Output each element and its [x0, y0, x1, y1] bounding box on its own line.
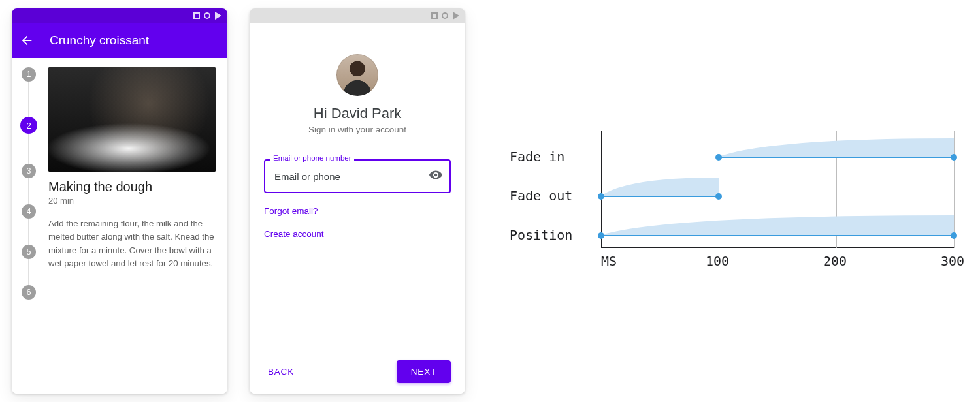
tick-100: 100: [706, 253, 729, 269]
back-button[interactable]: BACK: [264, 362, 298, 382]
timing-chart: Fade in Fade out Position MS 100 200 300: [510, 131, 967, 281]
step-6[interactable]: 6: [22, 285, 36, 300]
status-bar: [12, 8, 227, 23]
action-row: BACK NEXT: [264, 352, 451, 383]
step-2[interactable]: 2: [20, 117, 37, 134]
status-square-icon: [431, 12, 438, 19]
range-fade-out: [601, 196, 719, 197]
step-1[interactable]: 1: [22, 67, 36, 82]
recipe-image: [48, 67, 216, 172]
step-connector: [28, 178, 29, 204]
next-button[interactable]: NEXT: [397, 360, 451, 383]
signin-device: Hi David Park Sign in with your account …: [250, 8, 465, 394]
step-description: Add the remaining flour, the milk and th…: [48, 217, 216, 271]
create-account-link[interactable]: Create account: [264, 229, 451, 239]
visibility-icon[interactable]: [429, 168, 443, 185]
step-3[interactable]: 3: [22, 164, 36, 178]
step-connector: [28, 82, 29, 117]
range-position: [601, 235, 954, 236]
series-label-fade-in: Fade in: [510, 149, 564, 164]
gridline-300: [954, 131, 955, 248]
step-connector: [28, 134, 29, 164]
x-axis-label: MS: [601, 253, 617, 269]
range-dot: [598, 193, 604, 200]
back-arrow-icon[interactable]: [20, 33, 34, 48]
appbar-title: Crunchy croissant: [50, 33, 149, 48]
range-dot: [715, 193, 722, 200]
curve-fade-in: [719, 137, 954, 157]
curve-fade-out: [601, 176, 719, 196]
status-triangle-icon: [215, 12, 221, 20]
email-field[interactable]: [264, 159, 451, 193]
x-axis: [601, 247, 954, 248]
greeting: Hi David Park: [264, 105, 451, 122]
tick-200: 200: [823, 253, 847, 269]
curve-position: [601, 214, 954, 235]
forgot-email-link[interactable]: Forgot email?: [264, 206, 451, 216]
email-field-label: Email or phone number: [270, 154, 354, 162]
stepper: 1 2 3 4 5 6: [21, 67, 37, 300]
recipe-body: 1 2 3 4 5 6 Making the dough 20 min Add …: [12, 58, 227, 394]
sub-greeting: Sign in with your account: [264, 125, 451, 134]
status-triangle-icon: [453, 12, 459, 20]
recipe-device: Crunchy croissant 1 2 3 4 5 6 Making the…: [12, 8, 227, 394]
step-5[interactable]: 5: [22, 245, 36, 259]
range-dot: [598, 232, 604, 239]
step-connector: [28, 259, 29, 285]
status-circle-icon: [442, 12, 448, 19]
step-time: 20 min: [48, 196, 216, 206]
status-square-icon: [193, 12, 200, 19]
signin-body: Hi David Park Sign in with your account …: [250, 23, 465, 394]
range-dot: [951, 232, 957, 239]
range-dot: [951, 154, 957, 161]
avatar: [336, 54, 378, 96]
range-fade-in: [719, 157, 954, 158]
status-bar: [250, 8, 465, 23]
step-connector: [28, 219, 29, 245]
appbar: Crunchy croissant: [12, 23, 227, 58]
step-4[interactable]: 4: [22, 204, 36, 219]
series-label-fade-out: Fade out: [510, 188, 572, 204]
range-dot: [715, 154, 722, 161]
step-title: Making the dough: [48, 179, 216, 194]
text-caret: [348, 168, 348, 183]
tick-300: 300: [941, 253, 964, 269]
chart-plot: [601, 131, 954, 248]
status-circle-icon: [204, 12, 210, 19]
email-field-wrapper: Email or phone number: [264, 159, 451, 193]
series-label-position: Position: [510, 227, 572, 243]
